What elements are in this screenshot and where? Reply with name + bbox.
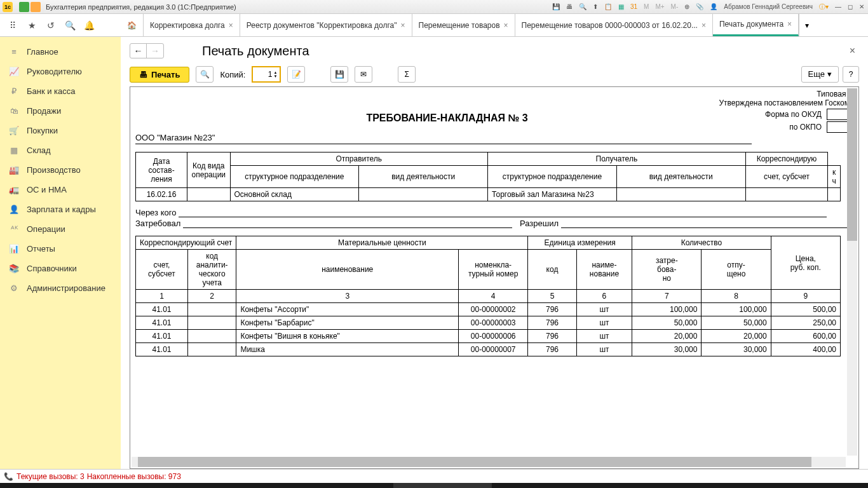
sidebar-item-3[interactable]: 🛍Продажи [0,101,121,121]
th-struct1: структурное подразделение [230,166,359,188]
icon2[interactable]: 📋 [603,3,613,10]
tab-menu[interactable]: ▾ [799,14,814,36]
statusbar: 📞 Текущие вызовы: 3 Накопленные вызовы: … [0,469,868,483]
calendar-icon[interactable]: 31 [629,3,639,10]
close-icon[interactable]: ✕ [858,3,865,10]
tab-0[interactable]: Корректировка долга× [144,14,240,36]
task-item-5[interactable]: 🌐Добавить запись в к... [194,483,292,488]
tab-close-icon[interactable]: × [787,20,792,29]
table-row: 41.01Мишка00-00000007796шт30,00030,00040… [136,343,841,356]
search-icon[interactable]: 🔍 [65,20,75,30]
sidebar-item-11[interactable]: 📚Справочники [0,259,121,278]
m-btn[interactable]: M [642,3,650,10]
maximize-icon[interactable]: ◻ [846,3,854,10]
more-button[interactable]: Еще▾ [801,66,839,83]
sidebar-item-9[interactable]: ᴬᴷОперации [0,219,121,239]
task-item-3[interactable]: 📁Проводник [71,483,133,488]
th2-acc: счет, субсчет [136,250,188,290]
th2-req: затре- бова- но [632,250,702,290]
back-button[interactable]: ← [130,44,147,58]
page-title: Печать документа [202,44,309,58]
save-button[interactable]: 💾 [330,66,348,83]
sidebar-label: Склад [27,146,51,155]
notify-icon[interactable]: 🔔 [84,20,94,30]
sidebar-item-4[interactable]: 🛒Покупки [0,121,121,140]
apps-icon[interactable]: ⠿ [8,20,18,30]
sidebar-item-12[interactable]: ⚙Администрирование [0,278,121,298]
tab-2[interactable]: Перемещение товаров× [412,14,515,36]
sidebar-item-5[interactable]: ▦Склад [0,140,121,160]
info-icon[interactable]: ⓘ▾ [818,3,830,11]
home-tab[interactable]: 🏠 [121,14,144,36]
copies-label: Копий: [220,70,245,79]
th-receiver: Получатель [488,152,746,166]
scrollbar-horizontal[interactable] [132,457,846,467]
tab-4[interactable]: Печать документа× [713,14,799,36]
tab-1[interactable]: Реестр документов "Корректировка долга"× [240,14,412,36]
sidebar-item-6[interactable]: 🏭Производство [0,160,121,180]
calc-icon[interactable]: ▦ [617,3,625,10]
sidebar-item-8[interactable]: 👤Зарплата и кадры [0,200,121,219]
tab-close-icon[interactable]: × [504,21,508,30]
page-close-icon[interactable]: × [850,45,859,57]
printer-icon: 🖶 [139,70,147,79]
task-item-6[interactable]: 📄D:\Vn_pe4_forma_M1... [293,483,394,488]
th-act2: вид деятельности [616,166,745,188]
icon1[interactable]: ⬆ [592,3,599,10]
spin-down[interactable]: ▼ [273,74,277,78]
help-button[interactable]: ? [843,66,859,83]
sidebar-icon: ᴬᴷ [9,224,19,234]
email-button[interactable]: ✉ [355,66,372,83]
scrollbar-vertical[interactable] [847,88,857,456]
mplus-btn[interactable]: M+ [654,3,665,10]
task-item-2[interactable]: Я [48,483,71,488]
tab-close-icon[interactable]: × [401,21,405,30]
okud-label: Форма по ОКУД [760,109,825,120]
pin-icon[interactable]: 📎 [695,3,705,10]
task-item-7[interactable]: 1сБухгалтерия предпр... [393,483,491,488]
sidebar-icon: 📚 [9,264,19,273]
task-item-4[interactable]: 📁Проводник [133,483,194,488]
mminus-btn[interactable]: M- [670,3,680,10]
task-item-0[interactable]: ⊞ [3,483,25,488]
history-icon[interactable]: ↺ [46,20,56,30]
status-accum: Накопленные вызовы: 973 [87,472,181,481]
edit-button[interactable]: 📝 [287,66,305,83]
copies-input-box[interactable]: ▲▼ [252,66,281,83]
sidebar-item-10[interactable]: 📊Отчеты [0,239,121,259]
sum-button[interactable]: Σ [398,66,416,83]
tab-3[interactable]: Перемещение товаров 0000-000003 от 16.02… [515,14,713,36]
sidebar-label: Руководителю [27,67,82,76]
col-num: 9 [771,290,840,303]
preview-button[interactable]: 🔍 [196,66,214,83]
minimize-icon[interactable]: ― [834,3,843,10]
table-row: 41.01Конфеты "Ассорти"00-00000002796шт10… [136,303,841,316]
tab-close-icon[interactable]: × [229,21,233,30]
favorites-icon[interactable]: ★ [27,20,37,30]
sidebar-item-2[interactable]: ₽Банк и касса [0,81,121,101]
sidebar-icon: ⚙ [9,283,19,293]
copies-input[interactable] [255,70,272,79]
sidebar-item-0[interactable]: ≡Главное [0,42,121,62]
titlebar: 1c Бухгалтерия предприятия, редакция 3.0… [0,0,868,14]
sidebar-item-1[interactable]: 📈Руководителю [0,62,121,81]
tab-close-icon[interactable]: × [702,21,706,30]
sidebar-item-7[interactable]: 🚛ОС и НМА [0,180,121,200]
table-row: 41.01Конфеты "Барбарис"00-00000003796шт5… [136,316,841,330]
preview-icon[interactable]: 🔍 [578,3,588,10]
print-icon[interactable]: 🖶 [565,3,574,10]
th-struct2: структурное подразделение [488,166,617,188]
sidebar-icon: 📊 [9,244,19,254]
zoom-icon[interactable]: ⊕ [683,3,691,10]
save-icon[interactable]: 💾 [551,3,561,10]
forward-button[interactable]: → [147,44,163,58]
print-button[interactable]: 🖶Печать [130,67,189,83]
task-item-1[interactable]: 🔍 [25,483,48,488]
tb-green[interactable] [19,2,29,12]
toolbar: 🖶Печать 🔍 Копий: ▲▼ 📝 💾 ✉ Σ Еще▾ ? [130,66,859,83]
tb-orange[interactable] [31,2,41,12]
org-name: ООО "Магазин №23" [135,133,752,144]
tab-label: Перемещение товаров 0000-000003 от 16.02… [522,21,698,30]
sidebar-label: Банк и касса [27,86,76,96]
taskbar: ⊞🔍Я📁Проводник📁Проводник🌐Добавить запись … [0,483,868,488]
